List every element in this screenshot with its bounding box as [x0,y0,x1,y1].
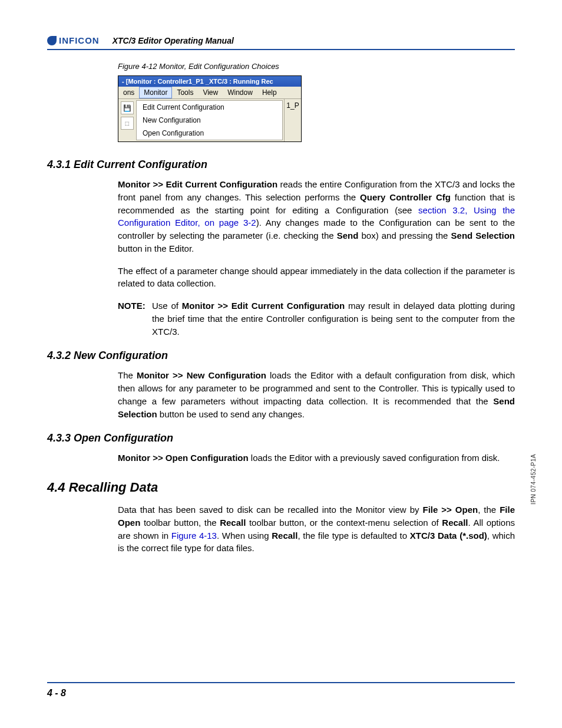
figure-caption: Figure 4-12 Monitor, Edit Configuration … [118,62,515,71]
monitor-dropdown: Edit Current Configuration New Configura… [136,100,283,140]
body-text: The [118,370,137,380]
heading-432: 4.3.2 New Configuration [47,350,515,362]
bold-text: Recall [220,518,246,528]
bold-text: Query Controller Cfg [360,192,451,202]
menu-bar: ons Monitor Tools View Window Help [118,87,301,99]
body-text: , the file type is defaulted to [297,531,409,541]
note-label: NOTE: [118,299,152,338]
menu-tools[interactable]: Tools [172,87,198,98]
body-text: toolbar button, or the context-menu sele… [246,518,442,528]
body-text: , the [478,505,500,515]
link-figure-413[interactable]: Figure 4-13 [171,531,217,541]
bold-text: Monitor >> New Configuration [137,370,266,380]
bold-text: Recall [442,518,468,528]
paragraph-433: Monitor >> Open Configuration loads the … [118,452,515,465]
side-publication-number: IPN 074-452-P1A [530,454,537,505]
bold-text: Monitor >> Edit Current Configuration [182,301,345,311]
save-icon[interactable]: 💾 [121,101,134,114]
body-text: button be used to send any changes. [157,409,305,419]
menu-window[interactable]: Window [223,87,257,98]
body-text: Use of [152,301,182,311]
menu-item-new-config[interactable]: New Configuration [137,114,282,127]
bold-text: XTC/3 Data (*.sod) [410,531,487,541]
brand-logo: INFICON [47,35,100,45]
note-431: NOTE: Use of Monitor >> Edit Current Con… [118,299,515,338]
toolbar-icons: 💾 ⬚ [118,99,136,141]
paragraph-432: The Monitor >> New Configuration loads t… [118,369,515,420]
logo-icon [47,36,57,45]
bold-text: Monitor >> Open Configuration [118,453,249,463]
page-number: 4 - 8 [47,688,66,698]
paragraph-431-1: Monitor >> Edit Current Configuration re… [118,178,515,255]
menu-truncated[interactable]: ons [118,87,139,98]
bold-text: Monitor >> Edit Current Configuration [118,179,277,189]
menu-view[interactable]: View [198,87,223,98]
menu-item-open-config[interactable]: Open Configuration [137,127,282,140]
body-text: . When using [217,531,272,541]
paragraph-44: Data that has been saved to disk can be … [118,503,515,555]
screenshot-window: - [Monitor : Controller1_P1 _XTC/3 : Run… [118,75,302,142]
menu-item-edit-current[interactable]: Edit Current Configuration [137,101,282,114]
bold-text: Recall [272,531,297,541]
bold-text: Send [337,230,359,241]
logo-text: INFICON [59,35,100,45]
body-text: loads the Editor with a previously saved… [249,453,500,463]
note-body: Use of Monitor >> Edit Current Configura… [152,299,515,338]
body-text: toolbar button, the [140,518,220,528]
body-text: box) and pressing the [358,230,451,241]
heading-44: 4.4 Recalling Data [47,480,515,495]
page-footer: 4 - 8 [47,682,515,699]
window-title-bar: - [Monitor : Controller1_P1 _XTC/3 : Run… [118,76,301,87]
heading-431: 4.3.1 Edit Current Configuration [47,159,515,171]
menu-monitor[interactable]: Monitor [139,87,172,98]
page-header: INFICON XTC/3 Editor Operating Manual [47,35,515,50]
body-text: Data that has been saved to disk can be … [118,505,423,515]
tool-icon[interactable]: ⬚ [121,117,134,130]
heading-433: 4.3.3 Open Configuration [47,432,515,444]
manual-title: XTC/3 Editor Operating Manual [113,36,234,45]
body-text: button in the Editor. [118,243,194,253]
bold-text: File >> Open [423,505,478,515]
paragraph-431-2: The effect of a parameter change should … [118,265,515,291]
menu-help[interactable]: Help [257,87,282,98]
right-slot-text: 1_P [284,99,301,141]
bold-text: Send Selection [451,230,515,241]
